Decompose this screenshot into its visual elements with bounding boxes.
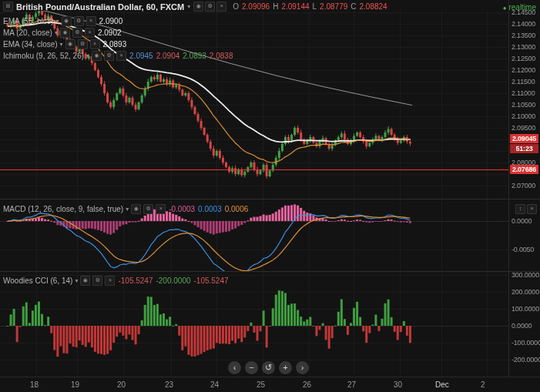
indicator-value: 2.0945 (129, 52, 153, 60)
eye-icon[interactable]: ◉ (60, 28, 70, 38)
indicator-value: 2.0893 (103, 40, 127, 49)
eye-icon[interactable]: ◉ (131, 204, 141, 214)
time-axis[interactable]: 181920232425262730Dec2 (0, 377, 540, 392)
realtime-indicator: ● realtime (503, 3, 536, 12)
price-tick-label: 2.09500 (511, 124, 535, 132)
pane-move-icon[interactable]: ↕ (515, 204, 525, 214)
indicator-label-ma20[interactable]: MA (20, close) (3, 28, 52, 37)
settings-icon[interactable]: ⚙ (104, 51, 114, 61)
chevron-down-icon[interactable]: ▾ (75, 277, 78, 285)
chevron-down-icon[interactable]: ▾ (56, 18, 59, 25)
eye-icon[interactable]: ◉ (92, 51, 102, 61)
chevron-down-icon[interactable]: ▾ (126, 206, 129, 213)
settings-icon[interactable]: ⚙ (74, 16, 84, 26)
chevron-down-icon[interactable]: ▾ (55, 29, 58, 37)
last-price-badge: 2.09045 (510, 134, 538, 143)
zoom-out-button[interactable]: − (245, 361, 258, 374)
indicator-value: 2.0838 (210, 52, 233, 60)
price-tick-label: 2.10000 (511, 112, 535, 120)
cci-tick-label: -100.0000 (511, 339, 540, 347)
price-tick-label: 2.11500 (511, 78, 535, 85)
settings-icon[interactable]: ⚙ (143, 204, 153, 214)
pan-left-button[interactable]: ‹ (228, 361, 241, 374)
price-tick-label: 2.14000 (511, 20, 535, 28)
time-tick-label: 23 (165, 380, 173, 389)
time-tick-label: 19 (71, 380, 79, 389)
ohlc-label: C (350, 2, 356, 11)
symbol-title[interactable]: British Pound/Australian Dollar, 60, FXC… (16, 2, 184, 12)
settings-icon[interactable]: ⚙ (92, 276, 102, 286)
time-tick-label: 27 (347, 380, 356, 389)
indicator-value: 2.0900 (99, 17, 123, 25)
close-icon[interactable]: × (116, 51, 126, 61)
ohlc-value: 2.08824 (360, 2, 387, 11)
indicator-row-macd: MACD (12, 26, close, 9, false, true)▾◉⚙×… (3, 203, 248, 215)
close-icon[interactable]: × (216, 2, 226, 12)
indicator-value: -200.0000 (156, 276, 190, 285)
chevron-down-icon[interactable]: ▾ (60, 41, 63, 49)
alert-price-line[interactable] (0, 169, 508, 170)
ohlc-value: 2.08779 (320, 2, 347, 11)
indicator-value: 2.0902 (98, 28, 122, 37)
ohlc-value: 2.09144 (281, 2, 309, 11)
indicator-label-ema34[interactable]: EMA (34, close) (3, 40, 58, 49)
chevron-down-icon[interactable]: ▾ (187, 3, 190, 11)
indicator-value: 0.0003 (198, 205, 222, 213)
macd-tick-label: 0.0000 (511, 217, 532, 225)
close-icon[interactable]: × (86, 16, 96, 26)
time-tick-label: 2 (481, 380, 485, 389)
realtime-label: realtime (508, 3, 536, 12)
indicator-label-ichimoku[interactable]: Ichimoku (9, 26, 52, 26) (3, 52, 84, 60)
cci-tick-label: -200.0000 (511, 356, 540, 364)
indicator-label-ema55[interactable]: EMA (55, hlc3) (3, 17, 54, 25)
indicator-row-ema55: EMA (55, hlc3)▾◉⚙×2.0900 (3, 15, 233, 27)
time-tick-label: 26 (303, 380, 311, 389)
close-icon[interactable]: × (156, 204, 166, 214)
ohlc-label: H (273, 2, 278, 11)
chart-nav-controls: ‹−↺+› (228, 361, 309, 374)
indicator-row-ema34: EMA (34, close)▾◉⚙×2.0893 (3, 39, 233, 50)
ohlc-label: L (313, 2, 317, 11)
ohlc-values: O2.09096H2.09144L2.08779C2.08824 (233, 2, 387, 11)
close-icon[interactable]: × (90, 39, 100, 49)
close-icon[interactable]: × (105, 276, 115, 286)
reset-view-button[interactable]: ↺ (262, 361, 275, 374)
indicator-row-ichimoku: Ichimoku (9, 26, 52, 26)▾◉⚙×2.09452.0904… (3, 50, 233, 62)
settings-icon[interactable]: ⚙ (72, 28, 82, 38)
cci-legend: Woodies CCI (6, 14)▾◉⚙×-105.5247-200.000… (3, 275, 229, 286)
time-tick-label: Dec (435, 380, 449, 389)
indicator-legend: EMA (55, hlc3)▾◉⚙×2.0900MA (20, close)▾◉… (3, 15, 233, 62)
macd-legend: MACD (12, 26, close, 9, false, true)▾◉⚙×… (3, 203, 248, 215)
close-icon[interactable]: × (85, 28, 95, 38)
indicator-label-woodies-cci[interactable]: Woodies CCI (6, 14) (3, 276, 72, 285)
price-tick-label: 2.12500 (511, 55, 535, 62)
indicator-value: 0.0006 (225, 205, 249, 213)
indicator-label-macd[interactable]: MACD (12, 26, close, 9, false, true) (3, 205, 123, 213)
indicator-value: -0.0003 (169, 205, 195, 213)
settings-icon[interactable]: ⚙ (205, 2, 215, 12)
indicator-row-ma20: MA (20, close)▾◉⚙×2.0902 (3, 27, 233, 39)
alert-price-badge: 2.07686 (510, 165, 538, 174)
pan-right-button[interactable]: › (296, 361, 309, 374)
cci-tick-label: 300.0000 (511, 271, 539, 279)
settings-icon[interactable]: ⚙ (78, 39, 88, 49)
indicator-value: -105.5247 (118, 276, 153, 285)
eye-icon[interactable]: ◉ (65, 39, 75, 49)
time-tick-label: 18 (30, 380, 39, 389)
chevron-down-icon[interactable]: ▾ (86, 52, 89, 60)
time-tick-label: 20 (117, 380, 126, 389)
eye-icon[interactable]: ◉ (193, 2, 203, 12)
indicator-value: 2.0904 (156, 52, 180, 60)
cci-tick-label: 100.0000 (511, 305, 539, 313)
series-icon-group: ◉⚙× (193, 2, 226, 12)
zoom-in-button[interactable]: + (279, 361, 292, 374)
eye-icon[interactable]: ◉ (62, 16, 72, 26)
cci-tick-label: 200.0000 (511, 288, 539, 296)
realtime-dot-icon: ● (503, 5, 507, 12)
price-tick-label: 2.10500 (511, 101, 535, 109)
chart-menu-icon[interactable]: ⊞ (3, 2, 13, 12)
eye-icon[interactable]: ◉ (80, 276, 90, 286)
pane-close-icon[interactable]: × (527, 204, 537, 214)
price-axis[interactable]: 2.09045 51:23 2.07686 2.145002.140002.13… (508, 0, 540, 377)
time-tick-label: 30 (394, 380, 402, 389)
